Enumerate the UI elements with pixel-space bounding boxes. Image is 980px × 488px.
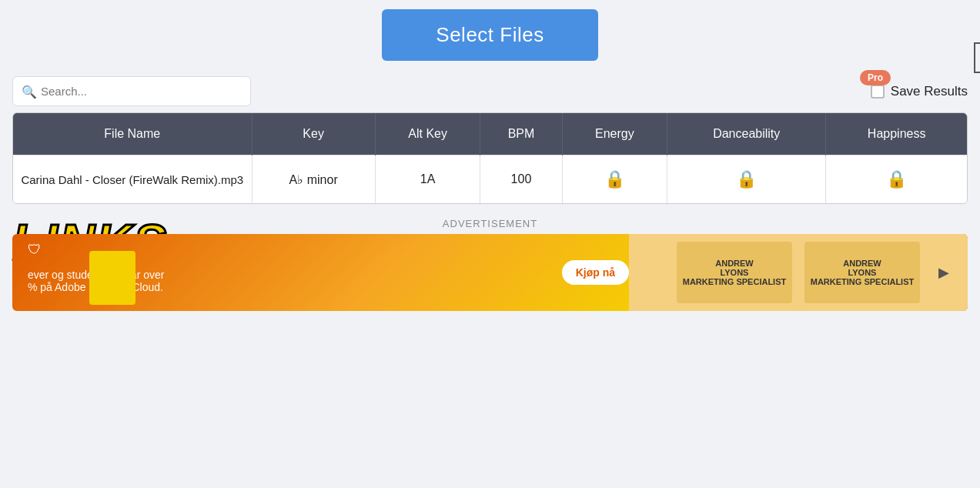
ad-person-2: ANDREW LYONS MARKETING SPECIALIST xyxy=(804,242,920,303)
search-icon: 🔍 xyxy=(22,84,37,99)
ad-person-1: ANDREW LYONS MARKETING SPECIALIST xyxy=(677,242,792,303)
ad-person2-sub: MARKETING SPECIALIST xyxy=(811,277,914,286)
ad-kjop-button[interactable]: Kjøp nå xyxy=(562,260,629,285)
ad-person2-title: LYONS xyxy=(848,268,877,277)
ad-right-section: ANDREW LYONS MARKETING SPECIALIST ANDREW… xyxy=(629,234,968,311)
top-section: Select Files xyxy=(0,0,980,70)
danceability-lock-icon: 🔒 xyxy=(736,169,757,189)
col-happiness: Happiness xyxy=(826,113,967,155)
search-input[interactable] xyxy=(12,76,251,106)
col-file-name: File Name xyxy=(13,113,252,155)
col-energy: Energy xyxy=(562,113,667,155)
ad-person2-name: ANDREW xyxy=(843,259,881,268)
bottom-section: LINKS ADVERTISEMENT 🛡 ever og studenter:… xyxy=(0,218,980,311)
right-edge-partial xyxy=(974,42,980,73)
ad-yellow-rect xyxy=(89,251,135,305)
cell-bpm: 100 xyxy=(480,155,562,204)
table-header-row: File Name Key Alt Key BPM Energy Danceab… xyxy=(13,113,967,155)
controls-row: 🔍 Pro Save Results xyxy=(0,70,980,112)
col-alt-key: Alt Key xyxy=(375,113,480,155)
energy-lock-icon: 🔒 xyxy=(604,169,625,189)
col-key: Key xyxy=(252,113,375,155)
happiness-lock-icon: 🔒 xyxy=(886,169,907,189)
ad-person1-title: LYONS xyxy=(721,268,749,277)
cell-happiness: 🔒 xyxy=(826,155,967,204)
col-bpm: BPM xyxy=(480,113,562,155)
select-files-button[interactable]: Select Files xyxy=(382,9,597,61)
save-results-area: Pro Save Results xyxy=(871,84,968,99)
cell-danceability: 🔒 xyxy=(667,155,826,204)
ad-person1-sub: MARKETING SPECIALIST xyxy=(683,277,786,286)
ad-banner[interactable]: 🛡 ever og studenter: Spar over % på Adob… xyxy=(12,234,968,311)
ad-person1-name: ANDREW xyxy=(715,259,754,268)
results-table-container: File Name Key Alt Key BPM Energy Danceab… xyxy=(12,112,968,204)
pro-badge: Pro xyxy=(860,70,891,85)
cell-file-name: Carina Dahl - Closer (FireWalk Remix).mp… xyxy=(13,155,252,204)
save-results-label: Save Results xyxy=(891,84,968,99)
save-results-checkbox[interactable] xyxy=(871,85,885,99)
cell-alt-key: 1A xyxy=(375,155,480,204)
search-wrapper: 🔍 xyxy=(12,76,251,106)
col-danceability: Danceability xyxy=(667,113,826,155)
ad-expand-icon: ▶ xyxy=(938,264,949,281)
table-row: Carina Dahl - Closer (FireWalk Remix).mp… xyxy=(13,155,967,204)
cell-energy: 🔒 xyxy=(562,155,667,204)
cell-key: A♭ minor xyxy=(252,155,375,204)
ad-shield-icon: 🛡 xyxy=(28,242,42,258)
results-table: File Name Key Alt Key BPM Energy Danceab… xyxy=(13,113,967,203)
